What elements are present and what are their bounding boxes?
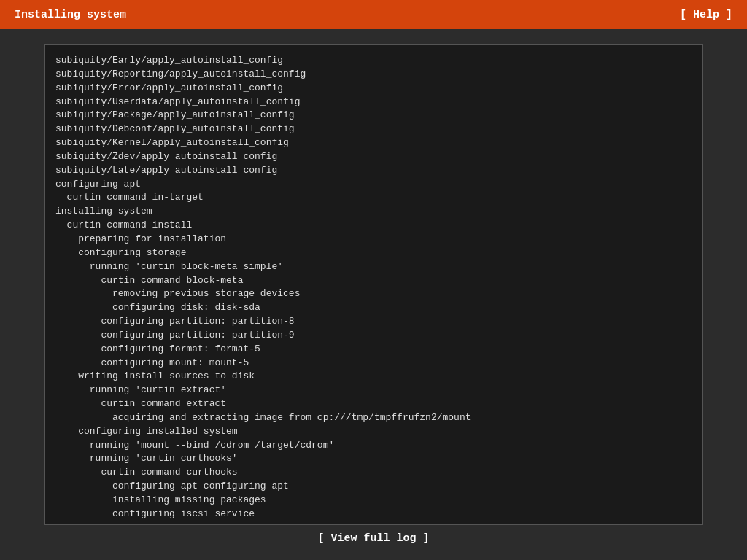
footer: [ View full log ] xyxy=(317,532,429,545)
header: Installing system [ Help ] xyxy=(0,0,747,29)
log-box: subiquity/Early/apply_autoinstall_config… xyxy=(44,44,703,525)
help-button[interactable]: [ Help ] xyxy=(680,9,732,21)
main-content: subiquity/Early/apply_autoinstall_config… xyxy=(0,29,747,560)
view-full-log-button[interactable]: [ View full log ] xyxy=(317,532,429,545)
log-content: subiquity/Early/apply_autoinstall_config… xyxy=(55,54,692,525)
header-title: Installing system xyxy=(15,9,126,21)
